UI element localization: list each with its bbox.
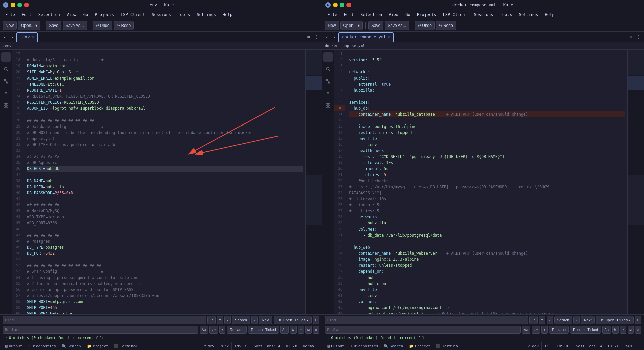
right-close-find-btn[interactable]: ✕: [635, 326, 641, 334]
left-status-encoding[interactable]: UTF-8: [283, 342, 300, 350]
right-dot-btn[interactable]: •: [620, 326, 626, 334]
left-find-format-btn[interactable]: ≡: [217, 316, 223, 324]
right-code-content[interactable]: version: '3.5' networks: public: externa…: [346, 50, 628, 314]
left-replace-btn[interactable]: Replace: [227, 326, 246, 334]
new-btn-left[interactable]: New: [3, 21, 17, 30]
redo-btn-left[interactable]: ↪ Redo: [114, 21, 134, 30]
left-replace-input[interactable]: [3, 326, 198, 334]
activity-files-right[interactable]: [323, 52, 333, 62]
right-replace-btn[interactable]: Replace: [549, 326, 569, 334]
menu-tools-right[interactable]: Tools: [497, 12, 515, 18]
right-scope-dropdown[interactable]: In Open Files ▾: [596, 316, 634, 324]
undo-btn-right[interactable]: ↩ Undo: [415, 21, 435, 30]
menu-file-left[interactable]: File: [3, 12, 18, 18]
left-expand-btn[interactable]: ⬕: [305, 326, 312, 334]
left-status-indent[interactable]: Soft Tabs: 4: [251, 342, 283, 350]
save-btn-left[interactable]: Save: [46, 21, 61, 30]
minimize-btn-right[interactable]: [333, 3, 338, 7]
left-status-branch[interactable]: ⎇ dev: [199, 342, 217, 350]
left-find-input[interactable]: [3, 316, 206, 324]
open-btn-left[interactable]: Open... ▾: [18, 21, 40, 30]
menu-help-right[interactable]: Help: [542, 12, 557, 18]
right-status-terminal[interactable]: ⬛ Terminal: [433, 342, 463, 350]
save-as-btn-right[interactable]: Save As...: [385, 21, 409, 30]
menu-sessions-left[interactable]: Sessions: [149, 12, 174, 18]
menu-edit-right[interactable]: Edit: [341, 12, 356, 18]
tab-nav-prev-left[interactable]: ‹: [1, 34, 8, 40]
tab-nav-next-right[interactable]: ›: [331, 34, 338, 40]
save-btn-right[interactable]: Save: [368, 21, 383, 30]
right-next-arrow[interactable]: ›: [573, 316, 580, 324]
right-replace-input[interactable]: [325, 326, 521, 334]
activity-files-left[interactable]: [1, 52, 11, 62]
right-status-search[interactable]: 🔍 Search: [381, 342, 406, 350]
right-status-branch[interactable]: ⎇ dev: [524, 342, 542, 350]
tab-close-env[interactable]: ✕: [32, 35, 34, 39]
left-status-output[interactable]: ▤ Output: [3, 342, 25, 350]
left-status-search[interactable]: 🔍 Search: [59, 342, 84, 350]
right-status-mode[interactable]: INSERT: [554, 342, 573, 350]
new-tab-btn-left[interactable]: ⊞: [305, 34, 312, 40]
activity-settings-left[interactable]: [1, 89, 11, 98]
menu-settings-left[interactable]: Settings: [194, 12, 219, 18]
left-replace-ticked-btn[interactable]: Replace Ticked: [248, 326, 279, 334]
minimize-btn-left[interactable]: [11, 3, 15, 7]
tab-close-docker[interactable]: ✕: [388, 35, 390, 39]
close-btn-left[interactable]: [24, 3, 29, 7]
left-find-options-btn[interactable]: ▾: [224, 316, 231, 324]
new-tab-btn-right[interactable]: ⊞: [628, 34, 634, 40]
tab-options-left[interactable]: ⋮: [313, 34, 321, 40]
tab-env-left[interactable]: .env ✕: [16, 32, 38, 42]
left-code-content[interactable]: # Hubzilla/Site config # DOMAIN=domain.c…: [24, 50, 305, 314]
menu-view-left[interactable]: View: [64, 12, 79, 18]
right-find-input[interactable]: [325, 316, 528, 324]
maximize-btn-right[interactable]: [340, 3, 344, 7]
left-case-btn[interactable]: Aa: [280, 326, 289, 334]
menu-tools-left[interactable]: Tools: [175, 12, 193, 18]
right-next-btn[interactable]: Next: [581, 316, 595, 324]
left-find-refresh-btn[interactable]: ↻: [313, 316, 319, 324]
menu-lsp-right[interactable]: LSP Client: [440, 12, 470, 18]
left-replace-case-btn[interactable]: Aa: [200, 326, 208, 334]
right-status-line-ending[interactable]: YAM...: [622, 342, 641, 350]
save-as-btn-left[interactable]: Save As...: [63, 21, 87, 30]
right-status-indent[interactable]: Soft Tabs: 4: [573, 342, 605, 350]
menu-selection-right[interactable]: Selection: [358, 12, 385, 18]
left-next-arrow[interactable]: ›: [251, 316, 258, 324]
right-status-output[interactable]: ▤ Output: [325, 342, 347, 350]
right-word-btn[interactable]: W: [612, 326, 619, 334]
menu-file-right[interactable]: File: [325, 12, 340, 18]
activity-git-right[interactable]: [323, 77, 333, 86]
activity-search-right[interactable]: [323, 64, 333, 74]
left-replace-options-btn[interactable]: ▾: [219, 326, 226, 334]
left-replace-regex-btn2[interactable]: .*: [209, 326, 218, 334]
activity-search-left[interactable]: [1, 64, 11, 74]
left-next-btn[interactable]: Next: [259, 316, 273, 324]
menu-selection-left[interactable]: Selection: [36, 12, 63, 18]
right-find-format-btn[interactable]: ≡: [539, 316, 545, 324]
right-expand-btn[interactable]: ⬕: [628, 326, 634, 334]
menu-projects-left[interactable]: Projects: [92, 12, 117, 18]
activity-git-left[interactable]: [1, 77, 11, 86]
tab-nav-next-left[interactable]: ›: [9, 34, 15, 40]
menu-projects-right[interactable]: Projects: [414, 12, 439, 18]
menu-sessions-right[interactable]: Sessions: [471, 12, 496, 18]
activity-extra-left[interactable]: [1, 101, 11, 110]
left-status-mode[interactable]: INSERT: [232, 342, 251, 350]
right-case-btn[interactable]: Aa: [602, 326, 611, 334]
right-status-diagnostics[interactable]: ⚠ Diagnostics: [347, 342, 381, 350]
tab-options-right[interactable]: ⋮: [635, 34, 643, 40]
left-status-project[interactable]: 📁 Project: [84, 342, 111, 350]
right-replace-case-btn[interactable]: Aa: [522, 326, 530, 334]
activity-extra-right[interactable]: [323, 101, 333, 110]
right-replace-regex-btn2[interactable]: .*: [532, 326, 540, 334]
left-status-diagnostics[interactable]: ⚠ Diagnostics: [25, 342, 59, 350]
open-btn-right[interactable]: Open... ▾: [340, 21, 363, 30]
menu-go-right[interactable]: Go: [402, 12, 413, 18]
left-scope-dropdown[interactable]: In Open Files ▾: [274, 316, 312, 324]
left-find-regex-btn[interactable]: .*: [207, 316, 216, 324]
undo-btn-left[interactable]: ↩ Undo: [93, 21, 113, 30]
right-status-position[interactable]: 1:1: [542, 342, 554, 350]
menu-view-right[interactable]: View: [386, 12, 401, 18]
redo-btn-right[interactable]: ↪ Redo: [436, 21, 456, 30]
